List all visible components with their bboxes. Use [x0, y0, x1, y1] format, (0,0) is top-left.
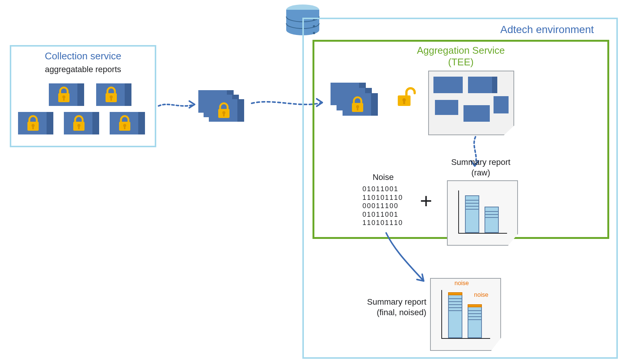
- lock-closed-icon: [351, 96, 364, 113]
- noise-bits: 01011001 110101110 00011100 01011001 110…: [362, 185, 403, 227]
- report-batch: [198, 90, 251, 128]
- locked-report: [64, 112, 99, 134]
- aggregation-service-title: Aggregation Service (TEE): [314, 45, 607, 68]
- lock-open-icon: [397, 87, 418, 112]
- summary-report-raw: [447, 180, 518, 246]
- noise-label: Noise: [361, 172, 406, 183]
- plus-icon: +: [420, 189, 432, 213]
- bar-chart-raw: [458, 190, 507, 234]
- collection-service-title: Collection service: [11, 50, 155, 62]
- locked-report: [18, 112, 53, 134]
- locked-report: [96, 83, 131, 106]
- lock-closed-icon: [104, 86, 118, 103]
- summary-final-label: Summary report (final, noised): [347, 297, 426, 317]
- arrow-icon: [383, 231, 428, 284]
- noise-tag: noise: [454, 280, 469, 287]
- aggregatable-reports-label: aggregatable reports: [11, 65, 155, 74]
- locked-report: [110, 112, 145, 134]
- report-batch-tee: [331, 83, 387, 124]
- adtech-environment-title: Adtech environment: [500, 24, 594, 36]
- summary-report-final: [430, 278, 501, 351]
- lock-closed-icon: [217, 102, 231, 119]
- tee-title-line1: Aggregation Service: [417, 45, 505, 56]
- tee-title-line2: (TEE): [448, 56, 474, 68]
- noise-tag: noise: [474, 292, 488, 298]
- arrow-icon: [158, 98, 199, 113]
- summary-raw-label: Summary report (raw): [434, 157, 528, 178]
- decrypted-report-fragments: [428, 71, 514, 135]
- lock-closed-icon: [26, 115, 40, 131]
- lock-closed-icon: [118, 115, 131, 131]
- lock-closed-icon: [57, 86, 71, 103]
- lock-closed-icon: [72, 115, 86, 131]
- locked-report: [49, 83, 84, 106]
